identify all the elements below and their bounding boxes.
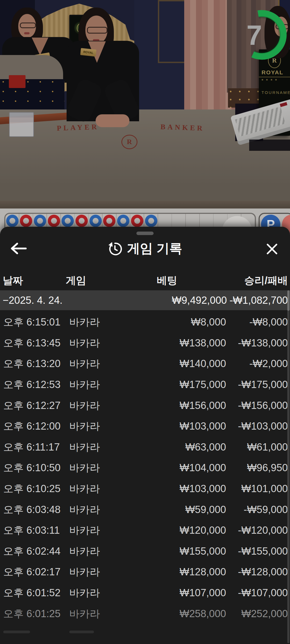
history-row: 오후 6:13:20 바카라 ₩140,000 -₩2,000 bbox=[0, 353, 290, 374]
row-result: -₩128,000 bbox=[238, 562, 288, 583]
ghost-bar bbox=[3, 631, 30, 633]
row-bet: ₩59,000 bbox=[185, 499, 226, 520]
bead-red bbox=[75, 215, 88, 227]
row-time: 오후 6:13:20 bbox=[3, 353, 60, 374]
close-icon bbox=[265, 242, 279, 256]
live-video[interactable]: R ROYAL CLUB ROYAL PLAYER BANKER R bbox=[0, 0, 290, 208]
history-row: 오후 6:02:17 바카라 ₩128,000 -₩128,000 bbox=[0, 562, 290, 583]
row-game: 바카라 bbox=[69, 562, 100, 583]
history-row: 오후 6:10:25 바카라 ₩103,000 ₩101,000 bbox=[0, 478, 290, 499]
row-time: 오후 6:02:44 bbox=[3, 541, 60, 562]
row-result: ₩61,000 bbox=[247, 437, 288, 458]
history-row: 오후 6:11:17 바카라 ₩63,000 ₩61,000 bbox=[0, 437, 290, 458]
row-bet: ₩128,000 bbox=[180, 562, 226, 583]
row-game: 바카라 bbox=[69, 395, 100, 416]
row-game: 바카라 bbox=[69, 603, 100, 624]
row-game: 바카라 bbox=[69, 416, 100, 437]
history-row: 오후 6:12:53 바카라 ₩175,000 -₩175,000 bbox=[0, 374, 290, 395]
bead-red bbox=[103, 215, 115, 227]
column-header-game: 게임 bbox=[66, 274, 86, 287]
ghost-bar bbox=[69, 631, 94, 633]
bead-blue bbox=[6, 215, 19, 227]
row-time: 오후 6:02:17 bbox=[3, 562, 60, 583]
history-row: 오후 6:15:01 바카라 ₩8,000 -₩8,000 bbox=[0, 312, 290, 333]
round-timer: 7 bbox=[235, 8, 289, 62]
bead-blue bbox=[61, 215, 74, 227]
summary-bet-total: ₩9,492,000 bbox=[172, 290, 227, 310]
history-row: 오후 6:02:44 바카라 ₩155,000 -₩155,000 bbox=[0, 541, 290, 562]
row-game: 바카라 bbox=[69, 333, 100, 354]
row-game: 바카라 bbox=[69, 541, 100, 562]
column-header-bet: 베팅 bbox=[150, 274, 177, 287]
row-game: 바카라 bbox=[69, 312, 100, 333]
row-time: 오후 6:03:11 bbox=[3, 520, 60, 541]
row-time: 오후 6:13:45 bbox=[3, 333, 60, 354]
row-result: ₩96,950 bbox=[247, 458, 288, 478]
row-result: -₩59,000 bbox=[244, 499, 288, 520]
row-bet: ₩103,000 bbox=[180, 478, 226, 499]
summary-result-total: -₩1,082,700 bbox=[229, 290, 288, 310]
row-game: 바카라 bbox=[69, 499, 100, 520]
row-result: -₩2,000 bbox=[249, 353, 288, 374]
row-result: -₩155,000 bbox=[238, 541, 288, 562]
row-bet: ₩120,000 bbox=[180, 520, 226, 541]
row-bet: ₩155,000 bbox=[180, 541, 226, 562]
bead-blue bbox=[89, 215, 102, 227]
history-icon bbox=[108, 241, 122, 256]
row-game: 바카라 bbox=[69, 353, 100, 374]
history-row: 오후 6:10:50 바카라 ₩104,000 ₩96,950 bbox=[0, 458, 290, 478]
scrollbar-thumb[interactable] bbox=[287, 290, 289, 311]
row-result: -₩120,000 bbox=[238, 520, 288, 541]
row-result: ₩101,000 bbox=[241, 478, 288, 499]
row-game: 바카라 bbox=[69, 478, 100, 499]
timer-seconds: 7 bbox=[239, 15, 270, 55]
bead-red bbox=[20, 215, 32, 227]
app-screen: R ROYAL CLUB ROYAL PLAYER BANKER R bbox=[0, 0, 290, 644]
history-row: 오후 6:03:11 바카라 ₩120,000 -₩120,000 bbox=[0, 520, 290, 541]
row-bet: ₩156,000 bbox=[180, 395, 226, 416]
row-result: -₩138,000 bbox=[238, 333, 288, 354]
row-game: 바카라 bbox=[69, 458, 100, 478]
row-result: -₩103,000 bbox=[238, 416, 288, 437]
row-time: 오후 6:11:17 bbox=[3, 437, 60, 458]
bead-red bbox=[48, 215, 60, 227]
row-bet: ₩63,000 bbox=[185, 437, 226, 458]
row-game: 바카라 bbox=[69, 374, 100, 395]
row-result: -₩8,000 bbox=[249, 312, 288, 333]
row-time: 오후 6:10:25 bbox=[3, 478, 60, 499]
row-result: -₩107,000 bbox=[238, 583, 288, 603]
column-header-date: 날짜 bbox=[3, 274, 23, 287]
scrollbar-track[interactable] bbox=[287, 290, 289, 643]
row-bet: ₩258,000 bbox=[180, 603, 226, 624]
row-bet: ₩175,000 bbox=[180, 374, 226, 395]
row-time: 오후 6:12:00 bbox=[3, 416, 60, 437]
row-result: -₩175,000 bbox=[238, 374, 288, 395]
row-bet: ₩140,000 bbox=[180, 353, 226, 374]
row-bet: ₩107,000 bbox=[180, 583, 226, 603]
history-row: 오후 6:12:00 바카라 ₩103,000 -₩103,000 bbox=[0, 416, 290, 437]
sheet-title: 게임 기록 bbox=[127, 240, 182, 257]
summary-date: −2025. 4. 24. bbox=[3, 290, 63, 310]
row-game: 바카라 bbox=[69, 437, 100, 458]
bead-red bbox=[131, 215, 143, 227]
column-header-result: 승리/패배 bbox=[244, 274, 288, 287]
history-rows[interactable]: 오후 6:15:01 바카라 ₩8,000 -₩8,000 오후 6:13:45… bbox=[0, 312, 290, 624]
day-summary-row[interactable]: −2025. 4. 24. ₩9,492,000 -₩1,082,700 bbox=[0, 290, 290, 310]
close-button[interactable] bbox=[264, 241, 280, 257]
row-time: 오후 6:01:25 bbox=[3, 603, 60, 624]
row-bet: ₩104,000 bbox=[180, 458, 226, 478]
row-time: 오후 6:15:01 bbox=[3, 312, 60, 333]
row-game: 바카라 bbox=[69, 583, 100, 603]
row-time: 오후 6:01:52 bbox=[3, 583, 60, 603]
row-bet: ₩103,000 bbox=[180, 416, 226, 437]
table-column-headers: 날짜 게임 베팅 승리/패배 bbox=[0, 274, 290, 287]
sheet-header: 게임 기록 bbox=[0, 240, 290, 257]
row-bet: ₩138,000 bbox=[180, 333, 226, 354]
game-history-sheet: 게임 기록 날짜 게임 베팅 승리/패배 −2025. 4. 24. ₩9,49… bbox=[0, 227, 290, 644]
row-result: ₩252,000 bbox=[241, 603, 288, 624]
row-bet: ₩8,000 bbox=[191, 312, 226, 333]
row-time: 오후 6:03:48 bbox=[3, 499, 60, 520]
drag-handle[interactable] bbox=[136, 232, 154, 235]
row-time: 오후 6:10:50 bbox=[3, 458, 60, 478]
row-game: 바카라 bbox=[69, 520, 100, 541]
